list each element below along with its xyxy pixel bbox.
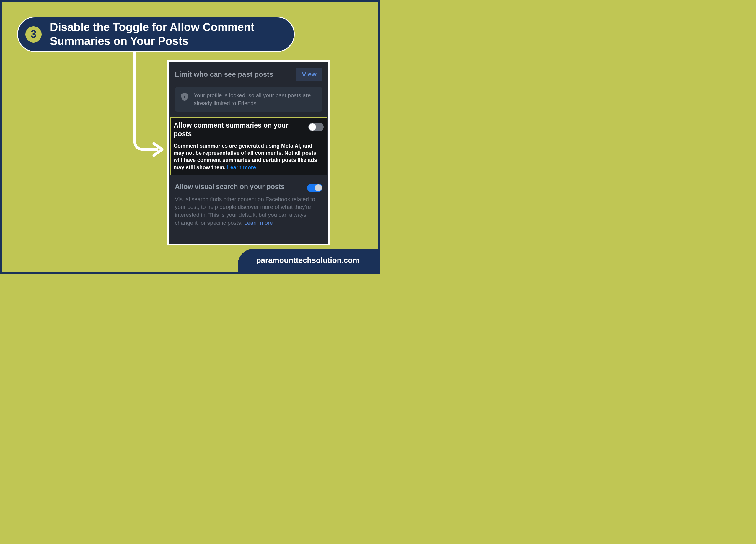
visual-search-description: Visual search finds other content on Fac…	[175, 196, 322, 227]
footer-banner: paramounttechsolution.com	[238, 249, 378, 272]
comment-summaries-toggle[interactable]	[308, 123, 324, 131]
comment-summaries-row: Allow comment summaries on your posts	[174, 121, 324, 138]
step-title: Disable the Toggle for Allow Comment Sum…	[50, 20, 286, 48]
settings-panel: Limit who can see past posts View Your p…	[167, 60, 330, 245]
step-header: 3 Disable the Toggle for Allow Comment S…	[17, 17, 295, 52]
step-number: 3	[30, 28, 36, 40]
comment-summaries-title: Allow comment summaries on your posts	[174, 121, 304, 138]
visual-search-section: Allow visual search on your posts Visual…	[169, 180, 328, 227]
learn-more-link-visual[interactable]: Learn more	[244, 220, 273, 226]
view-button[interactable]: View	[296, 68, 322, 81]
learn-more-link[interactable]: Learn more	[227, 164, 256, 170]
limit-section-title: Limit who can see past posts	[175, 70, 273, 79]
visual-search-header: Allow visual search on your posts	[175, 182, 322, 192]
comment-summaries-section: Allow comment summaries on your posts Co…	[170, 117, 327, 175]
shield-lock-icon	[181, 92, 188, 101]
visual-search-title: Allow visual search on your posts	[175, 183, 285, 191]
limit-section-header: Limit who can see past posts View	[175, 68, 322, 81]
toggle-knob	[315, 184, 322, 191]
arrow-connector-icon	[130, 52, 166, 158]
visual-search-toggle[interactable]	[307, 184, 322, 192]
profile-locked-text: Your profile is locked, so all your past…	[194, 92, 317, 107]
comment-summaries-description: Comment summaries are generated using Me…	[174, 142, 324, 171]
step-number-badge: 3	[25, 26, 42, 43]
profile-locked-info: Your profile is locked, so all your past…	[175, 87, 322, 112]
toggle-knob	[309, 123, 316, 131]
limit-past-posts-section: Limit who can see past posts View Your p…	[169, 68, 328, 112]
footer-url: paramounttechsolution.com	[256, 256, 360, 265]
